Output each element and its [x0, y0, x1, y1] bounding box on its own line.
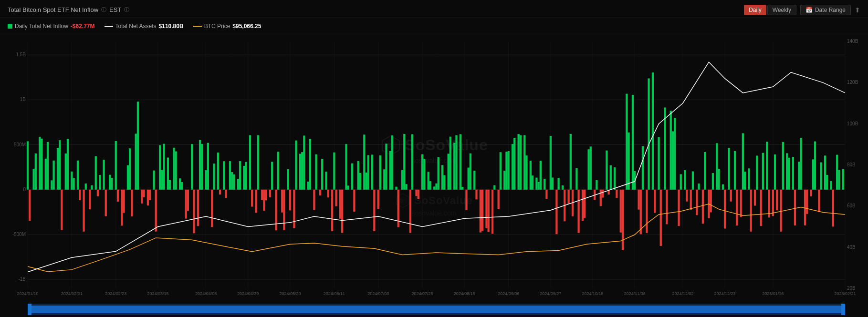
timezone-info-icon[interactable]: ⓘ	[124, 6, 129, 13]
title-area: Total Bitcoin Spot ETF Net Inflow ⓘ EST …	[8, 6, 129, 13]
inflow-legend: Daily Total Net Inflow -$62.77M	[8, 23, 95, 30]
inflow-value: -$62.77M	[71, 23, 95, 30]
page-title: Total Bitcoin Spot ETF Net Inflow	[8, 6, 98, 13]
date-range-button[interactable]: 📅 Date Range	[800, 5, 851, 15]
main-chart-canvas[interactable]	[0, 34, 868, 317]
btc-color-swatch	[193, 26, 202, 27]
top-right-controls: Daily Weekly 📅 Date Range ⬆	[744, 5, 860, 15]
period-button-group: Daily Weekly	[744, 5, 796, 15]
btc-value: $95,066.25	[232, 23, 261, 30]
top-bar: Total Bitcoin Spot ETF Net Inflow ⓘ EST …	[0, 0, 868, 18]
btc-legend: BTC Price $95,066.25	[193, 23, 261, 30]
inflow-color-swatch	[8, 24, 12, 29]
calendar-icon: 📅	[805, 7, 813, 13]
legend-bar: Daily Total Net Inflow -$62.77M Total Ne…	[0, 18, 868, 34]
timezone-label: EST	[109, 6, 121, 13]
inflow-label: Daily Total Net Inflow	[15, 23, 68, 30]
assets-label: Total Net Assets	[115, 23, 157, 30]
chart-area: S SoSoValue sosovalue.com S SoSoValue so…	[0, 34, 868, 317]
share-icon[interactable]: ⬆	[855, 6, 860, 14]
daily-button[interactable]: Daily	[744, 5, 766, 15]
assets-color-swatch	[105, 26, 113, 27]
btc-label: BTC Price	[204, 23, 230, 30]
assets-value: $110.80B	[159, 23, 184, 30]
title-info-icon[interactable]: ⓘ	[101, 6, 106, 13]
assets-legend: Total Net Assets $110.80B	[105, 23, 184, 30]
weekly-button[interactable]: Weekly	[767, 5, 796, 15]
